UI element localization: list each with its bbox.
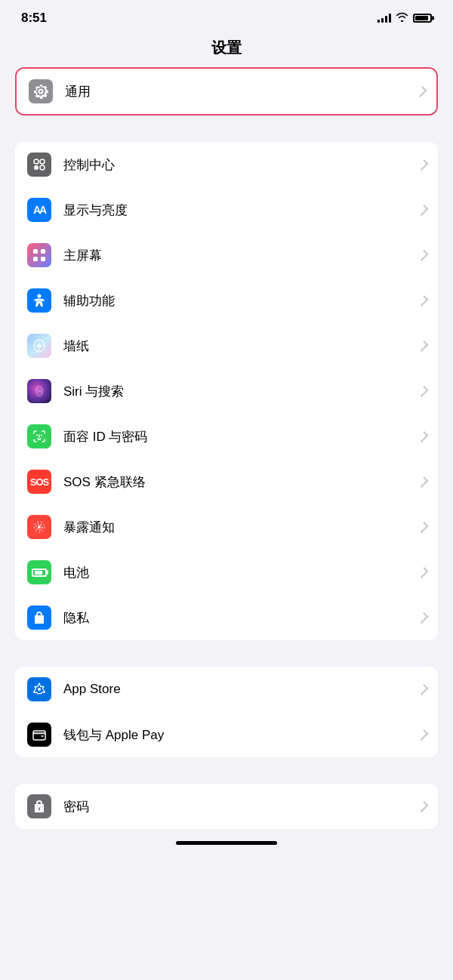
- exposure-icon: [27, 515, 51, 539]
- status-time: 8:51: [21, 11, 47, 26]
- tongyong-label: 通用: [65, 83, 418, 100]
- settings-list-highlighted: 通用: [15, 67, 438, 116]
- privacy-icon: [27, 606, 51, 630]
- status-bar: 8:51: [0, 0, 453, 32]
- zhupingmu-label: 主屏幕: [63, 247, 420, 264]
- svg-point-2: [34, 165, 39, 170]
- settings-item-qiangzhi[interactable]: 墙纸: [15, 323, 438, 368]
- fuzhu-label: 辅助功能: [63, 292, 420, 310]
- accessibility-icon: [27, 288, 51, 313]
- svg-rect-7: [41, 257, 45, 261]
- settings-item-dianci[interactable]: 电池: [15, 550, 438, 595]
- control-center-icon: [27, 153, 51, 177]
- gear-icon: [29, 79, 53, 103]
- siri-label: Siri 与搜索: [63, 383, 420, 400]
- settings-group-1: 通用: [0, 67, 453, 116]
- settings-item-sos[interactable]: SOS SOS 紧急联络: [15, 459, 438, 504]
- svg-rect-4: [33, 249, 38, 254]
- svg-point-3: [40, 165, 45, 170]
- svg-point-8: [38, 294, 42, 298]
- svg-rect-5: [41, 249, 45, 254]
- settings-item-xianshi[interactable]: AA 显示与亮度: [15, 187, 438, 233]
- settings-item-kongzhizhongxin[interactable]: 控制中心: [15, 142, 438, 187]
- settings-list-2: 控制中心 AA 显示与亮度 主屏幕: [15, 142, 438, 640]
- appstore-icon: [27, 677, 51, 701]
- svg-point-0: [34, 159, 39, 164]
- sos-label: SOS 紧急联络: [63, 473, 420, 491]
- wallet-label: 钱包与 Apple Pay: [63, 726, 420, 744]
- status-icons: [378, 12, 432, 24]
- settings-group-4: 密码: [0, 784, 453, 829]
- settings-list-4: 密码: [15, 784, 438, 829]
- wallet-icon: [27, 723, 51, 747]
- svg-rect-6: [33, 257, 38, 261]
- appstore-label: App Store: [63, 682, 420, 697]
- xianshi-label: 显示与亮度: [63, 202, 420, 219]
- wifi-icon: [396, 12, 408, 24]
- home-bar: [176, 841, 277, 845]
- settings-item-wallet[interactable]: 钱包与 Apple Pay: [15, 712, 438, 757]
- kongzhizhongxin-label: 控制中心: [63, 156, 420, 174]
- dianci-label: 电池: [63, 564, 420, 581]
- settings-item-siri[interactable]: Siri 与搜索: [15, 368, 438, 414]
- yinsi-label: 隐私: [63, 609, 420, 627]
- faceid-icon: [27, 424, 51, 448]
- settings-item-baolu[interactable]: 暴露通知: [15, 504, 438, 550]
- settings-list-3: App Store 钱包与 Apple Pay: [15, 667, 438, 757]
- signal-icon: [378, 14, 391, 23]
- settings-item-fuzhu[interactable]: 辅助功能: [15, 278, 438, 323]
- svg-point-11: [38, 390, 41, 393]
- display-icon: AA: [27, 198, 51, 222]
- qiangzhi-label: 墙纸: [63, 337, 420, 355]
- settings-item-appstore[interactable]: App Store: [15, 667, 438, 712]
- battery-icon: [413, 14, 432, 23]
- home-indicator: [0, 829, 453, 848]
- settings-item-mima[interactable]: 密码: [15, 784, 438, 829]
- svg-point-15: [38, 688, 41, 691]
- battery-settings-icon: [27, 560, 51, 584]
- sos-icon: SOS: [27, 470, 51, 494]
- password-icon: [27, 794, 51, 818]
- svg-point-12: [38, 525, 41, 529]
- settings-group-3: App Store 钱包与 Apple Pay: [0, 667, 453, 757]
- homescreen-icon: [27, 243, 51, 267]
- svg-point-1: [40, 159, 45, 164]
- faceid-label: 面容 ID 与密码: [63, 428, 420, 445]
- page-title: 设置: [0, 32, 453, 67]
- svg-rect-16: [33, 731, 45, 740]
- baolu-label: 暴露通知: [63, 519, 420, 536]
- settings-item-tongyong[interactable]: 通用: [17, 69, 436, 114]
- settings-group-2: 控制中心 AA 显示与亮度 主屏幕: [0, 142, 453, 640]
- settings-item-yinsi[interactable]: 隐私: [15, 595, 438, 640]
- wallpaper-icon: [27, 334, 51, 358]
- settings-item-faceid[interactable]: 面容 ID 与密码: [15, 414, 438, 459]
- settings-item-zhupingmu[interactable]: 主屏幕: [15, 233, 438, 278]
- mima-label: 密码: [63, 798, 420, 815]
- siri-icon: [27, 379, 51, 403]
